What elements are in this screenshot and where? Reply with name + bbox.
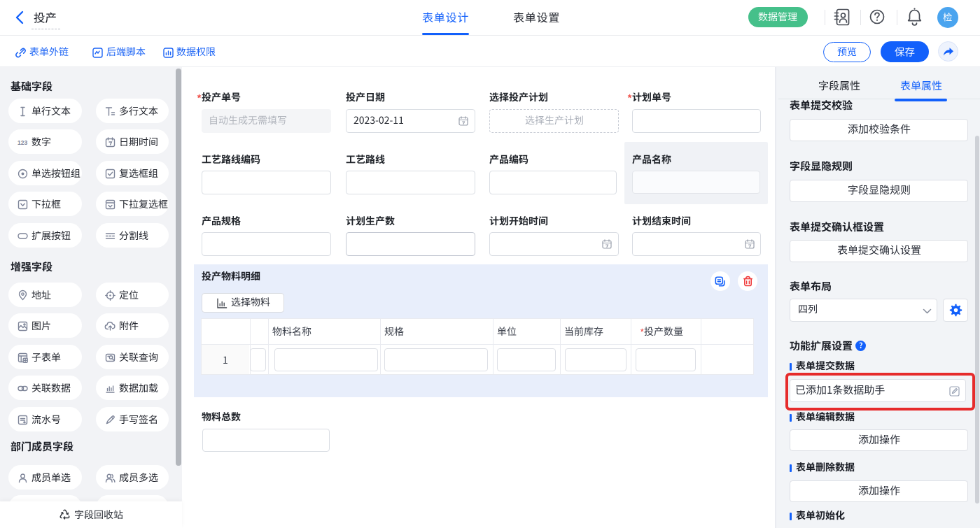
svg-text:123: 123 <box>18 139 27 146</box>
